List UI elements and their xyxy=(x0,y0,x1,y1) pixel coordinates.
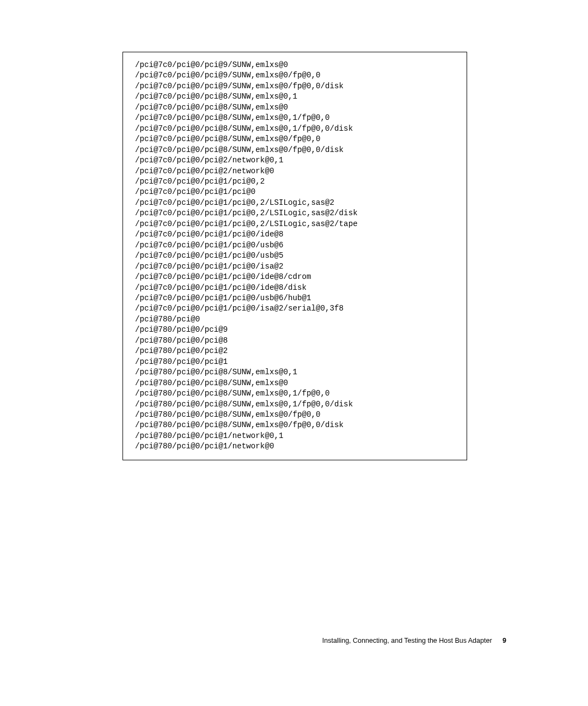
page-footer: Installing, Connecting, and Testing the … xyxy=(322,637,506,644)
code-content: /pci@7c0/pci@0/pci@9/SUNW,emlxs@0 /pci@7… xyxy=(135,60,455,452)
footer-text: Installing, Connecting, and Testing the … xyxy=(322,637,492,644)
code-block: /pci@7c0/pci@0/pci@9/SUNW,emlxs@0 /pci@7… xyxy=(122,52,467,460)
page-number: 9 xyxy=(503,637,506,644)
